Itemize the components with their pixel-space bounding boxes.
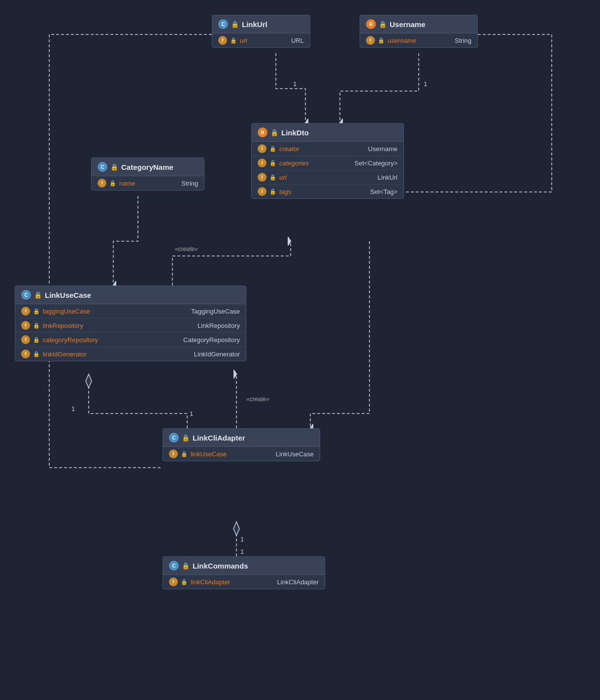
class-categoryname-title: CategoryName bbox=[121, 163, 173, 171]
class-username-header: R 🔒 Username bbox=[360, 15, 477, 33]
lock-categories: 🔒 bbox=[269, 160, 276, 166]
visibility-icon-linkurl: 🔒 bbox=[231, 21, 239, 28]
field-icon-categories: f bbox=[258, 159, 267, 167]
class-linkusecase-title: LinkUseCase bbox=[45, 291, 91, 299]
field-username: f 🔒 username String bbox=[360, 33, 477, 47]
badge-c-linkcommands: C bbox=[169, 561, 179, 571]
class-categoryname-header: C 🔒 CategoryName bbox=[92, 158, 204, 176]
class-linkcliadapter-header: C 🔒 LinkCliAdapter bbox=[163, 429, 320, 447]
field-icon-name-cat: f bbox=[98, 179, 106, 188]
field-name-url-linkdto: url bbox=[279, 174, 286, 181]
badge-c-linkusecase: C bbox=[21, 290, 31, 300]
field-name-url: url bbox=[240, 37, 247, 44]
field-type-tags: Set<Tag> bbox=[366, 188, 398, 195]
field-type-username: String bbox=[451, 37, 471, 44]
field-type-linkusecase-cli: LinkUseCase bbox=[272, 450, 314, 458]
field-name-creator: creator bbox=[279, 145, 299, 153]
field-creator: f 🔒 creator Username bbox=[252, 142, 403, 156]
field-icon-taggingusecase: f bbox=[21, 307, 30, 316]
class-linkdto-title: LinkDto bbox=[281, 128, 309, 137]
class-categoryname: C 🔒 CategoryName f 🔒 name String bbox=[91, 158, 204, 191]
field-type-categoryrepository: CategoryRepository bbox=[179, 336, 240, 344]
field-categories: f 🔒 categories Set<Category> bbox=[252, 156, 403, 170]
lock-creator: 🔒 bbox=[269, 146, 276, 152]
lock-tags: 🔒 bbox=[269, 189, 276, 195]
field-url-linkdto: f 🔒 url LinkUrl bbox=[252, 170, 403, 185]
class-username-title: Username bbox=[390, 20, 426, 29]
field-icon-url-linkdto: f bbox=[258, 173, 267, 182]
field-icon-linkusecase-cli: f bbox=[169, 449, 178, 458]
field-linkcliadapter-cmd: f 🔒 linkCliAdapter LinkCliAdapter bbox=[163, 575, 325, 589]
field-linkusecase-cli: f 🔒 linkUseCase LinkUseCase bbox=[163, 447, 320, 461]
linkusecase-to-linkdto bbox=[172, 241, 291, 286]
class-linkusecase-header: C 🔒 LinkUseCase bbox=[15, 286, 246, 304]
username-to-linkdto bbox=[340, 53, 419, 123]
field-name-linkcliadapter-cmd: linkCliAdapter bbox=[191, 578, 230, 586]
field-type-creator: Username bbox=[364, 145, 398, 153]
class-linkurl: C 🔒 LinkUrl f 🔒 url URL bbox=[212, 15, 310, 48]
field-url: f 🔒 url URL bbox=[212, 33, 310, 47]
create-label-1: «create» bbox=[175, 246, 198, 253]
class-username: R 🔒 Username f 🔒 username String bbox=[360, 15, 478, 48]
field-type-linkrepository: LinkRepository bbox=[194, 322, 240, 329]
field-type-url: URL bbox=[287, 37, 304, 44]
class-linkcommands-header: C 🔒 LinkCommands bbox=[163, 557, 325, 575]
class-linkurl-header: C 🔒 LinkUrl bbox=[212, 15, 310, 33]
visibility-icon-categoryname: 🔒 bbox=[110, 163, 118, 171]
diagram-container: 1 1 1 1 1 1 «create» «create» bbox=[0, 0, 600, 700]
field-name-username: username bbox=[388, 37, 416, 44]
visibility-icon-linkusecase: 🔒 bbox=[34, 291, 42, 299]
create-label-2: «create» bbox=[246, 396, 269, 403]
lock-username: 🔒 bbox=[378, 37, 385, 44]
field-icon-creator: f bbox=[258, 144, 267, 153]
badge-c-categoryname: C bbox=[98, 162, 107, 172]
field-type-linkidgenerator: LinkIdGenerator bbox=[190, 350, 240, 358]
lock-categoryrepository: 🔒 bbox=[33, 337, 40, 343]
badge-r-linkdto: R bbox=[258, 127, 267, 137]
visibility-icon-linkdto: 🔒 bbox=[270, 129, 278, 136]
field-categoryrepository: f 🔒 categoryRepository CategoryRepositor… bbox=[15, 333, 246, 347]
visibility-icon-linkcommands: 🔒 bbox=[182, 562, 190, 570]
field-name-linkusecase-cli: linkUseCase bbox=[191, 450, 227, 458]
lock-linkcliadapter-cmd: 🔒 bbox=[181, 579, 188, 585]
field-tags: f 🔒 tags Set<Tag> bbox=[252, 185, 403, 198]
linkcli-composition-linkusecase bbox=[89, 374, 187, 428]
field-icon-linkidgenerator: f bbox=[21, 350, 30, 358]
lock-linkusecase-cli: 🔒 bbox=[181, 451, 188, 457]
badge-c-linkcliadapter: C bbox=[169, 433, 179, 443]
field-linkrepository: f 🔒 linkRepository LinkRepository bbox=[15, 318, 246, 333]
lock-name-cat: 🔒 bbox=[109, 180, 116, 187]
diamond-2 bbox=[233, 522, 239, 536]
field-type-linkcliadapter-cmd: LinkCliAdapter bbox=[273, 578, 319, 586]
visibility-icon-username: 🔒 bbox=[379, 21, 387, 28]
field-icon-url: f bbox=[218, 36, 227, 45]
lock-taggingusecase: 🔒 bbox=[33, 308, 40, 315]
field-icon-linkcliadapter-cmd: f bbox=[169, 577, 178, 586]
field-icon-username: f bbox=[366, 36, 375, 45]
class-linkcliadapter: C 🔒 LinkCliAdapter f 🔒 linkUseCase LinkU… bbox=[163, 428, 320, 461]
field-name-cat: f 🔒 name String bbox=[92, 176, 204, 190]
badge-r-username: R bbox=[366, 19, 376, 29]
class-linkurl-title: LinkUrl bbox=[242, 20, 267, 29]
field-name-linkrepository: linkRepository bbox=[43, 322, 83, 329]
field-icon-linkrepository: f bbox=[21, 321, 30, 330]
linkdto-to-linkcli bbox=[310, 241, 369, 428]
mult-1d: 1 bbox=[190, 410, 193, 417]
badge-c-linkurl: C bbox=[218, 19, 228, 29]
field-name-catname: name bbox=[119, 180, 135, 187]
field-name-linkidgenerator: linkIdGenerator bbox=[43, 350, 87, 358]
lock-url-linkdto: 🔒 bbox=[269, 174, 276, 181]
linkurl-loop-left bbox=[49, 34, 212, 468]
username-loop-right bbox=[399, 34, 552, 192]
lock-linkidgenerator: 🔒 bbox=[33, 351, 40, 357]
field-type-url-linkdto: LinkUrl bbox=[374, 174, 398, 181]
mult-1a: 1 bbox=[424, 80, 427, 88]
lock-url: 🔒 bbox=[230, 37, 237, 44]
field-icon-tags: f bbox=[258, 187, 267, 196]
field-name-taggingusecase: taggingUseCase bbox=[43, 308, 90, 315]
field-name-categoryrepository: categoryRepository bbox=[43, 336, 98, 344]
class-linkdto-header: R 🔒 LinkDto bbox=[252, 124, 403, 142]
field-name-tags: tags bbox=[279, 188, 292, 195]
mult-1e: 1 bbox=[240, 536, 244, 543]
field-linkidgenerator: f 🔒 linkIdGenerator LinkIdGenerator bbox=[15, 347, 246, 361]
